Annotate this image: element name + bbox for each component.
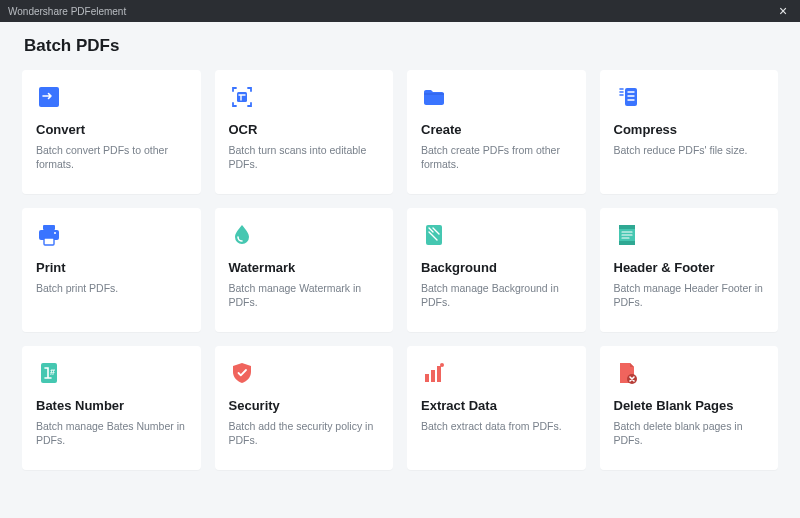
titlebar: Wondershare PDFelement × bbox=[0, 0, 800, 22]
card-background[interactable]: Background Batch manage Background in PD… bbox=[407, 208, 586, 332]
printer-icon bbox=[36, 222, 62, 248]
card-delete-blank[interactable]: Delete Blank Pages Batch delete blank pa… bbox=[600, 346, 779, 470]
card-watermark[interactable]: Watermark Batch manage Watermark in PDFs… bbox=[215, 208, 394, 332]
ocr-icon bbox=[229, 84, 255, 110]
compress-icon bbox=[614, 84, 640, 110]
app-title: Wondershare PDFelement bbox=[8, 6, 126, 17]
watermark-icon bbox=[229, 222, 255, 248]
svg-text:#: # bbox=[50, 367, 55, 377]
card-desc: Batch extract data from PDFs. bbox=[421, 419, 572, 433]
card-title: Extract Data bbox=[421, 398, 572, 413]
cards-grid: Convert Batch convert PDFs to other form… bbox=[22, 70, 778, 470]
svg-rect-5 bbox=[44, 238, 54, 245]
svg-point-6 bbox=[54, 232, 56, 234]
card-title: Security bbox=[229, 398, 380, 413]
card-compress[interactable]: Compress Batch reduce PDFs' file size. bbox=[600, 70, 779, 194]
card-title: Header & Footer bbox=[614, 260, 765, 275]
card-title: Background bbox=[421, 260, 572, 275]
card-desc: Batch manage Header Footer in PDFs. bbox=[614, 281, 765, 309]
folder-icon bbox=[421, 84, 447, 110]
svg-rect-1 bbox=[237, 92, 247, 102]
card-print[interactable]: Print Batch print PDFs. bbox=[22, 208, 201, 332]
card-title: Create bbox=[421, 122, 572, 137]
page-title: Batch PDFs bbox=[24, 36, 778, 56]
svg-rect-9 bbox=[619, 225, 635, 229]
bates-icon: # bbox=[36, 360, 62, 386]
card-ocr[interactable]: OCR Batch turn scans into editable PDFs. bbox=[215, 70, 394, 194]
card-title: Bates Number bbox=[36, 398, 187, 413]
card-title: OCR bbox=[229, 122, 380, 137]
card-convert[interactable]: Convert Batch convert PDFs to other form… bbox=[22, 70, 201, 194]
svg-rect-3 bbox=[43, 225, 55, 230]
card-desc: Batch convert PDFs to other formats. bbox=[36, 143, 187, 171]
card-desc: Batch reduce PDFs' file size. bbox=[614, 143, 765, 157]
chart-icon bbox=[421, 360, 447, 386]
card-desc: Batch manage Background in PDFs. bbox=[421, 281, 572, 309]
page: Batch PDFs Convert Batch convert PDFs to… bbox=[0, 22, 800, 492]
svg-point-16 bbox=[440, 363, 444, 367]
card-title: Compress bbox=[614, 122, 765, 137]
card-bates-number[interactable]: # Bates Number Batch manage Bates Number… bbox=[22, 346, 201, 470]
convert-icon bbox=[36, 84, 62, 110]
svg-rect-2 bbox=[625, 88, 637, 106]
shield-icon bbox=[229, 360, 255, 386]
card-desc: Batch delete blank pages in PDFs. bbox=[614, 419, 765, 447]
svg-rect-15 bbox=[437, 366, 441, 382]
card-desc: Batch manage Bates Number in PDFs. bbox=[36, 419, 187, 447]
card-title: Delete Blank Pages bbox=[614, 398, 765, 413]
header-footer-icon bbox=[614, 222, 640, 248]
card-extract-data[interactable]: Extract Data Batch extract data from PDF… bbox=[407, 346, 586, 470]
background-icon bbox=[421, 222, 447, 248]
close-icon[interactable]: × bbox=[774, 4, 792, 18]
delete-page-icon bbox=[614, 360, 640, 386]
card-desc: Batch print PDFs. bbox=[36, 281, 187, 295]
card-desc: Batch add the security policy in PDFs. bbox=[229, 419, 380, 447]
svg-rect-10 bbox=[619, 241, 635, 245]
card-security[interactable]: Security Batch add the security policy i… bbox=[215, 346, 394, 470]
svg-rect-13 bbox=[425, 374, 429, 382]
card-desc: Batch create PDFs from other formats. bbox=[421, 143, 572, 171]
svg-rect-14 bbox=[431, 370, 435, 382]
card-desc: Batch turn scans into editable PDFs. bbox=[229, 143, 380, 171]
card-title: Print bbox=[36, 260, 187, 275]
card-title: Convert bbox=[36, 122, 187, 137]
card-header-footer[interactable]: Header & Footer Batch manage Header Foot… bbox=[600, 208, 779, 332]
card-create[interactable]: Create Batch create PDFs from other form… bbox=[407, 70, 586, 194]
card-desc: Batch manage Watermark in PDFs. bbox=[229, 281, 380, 309]
card-title: Watermark bbox=[229, 260, 380, 275]
